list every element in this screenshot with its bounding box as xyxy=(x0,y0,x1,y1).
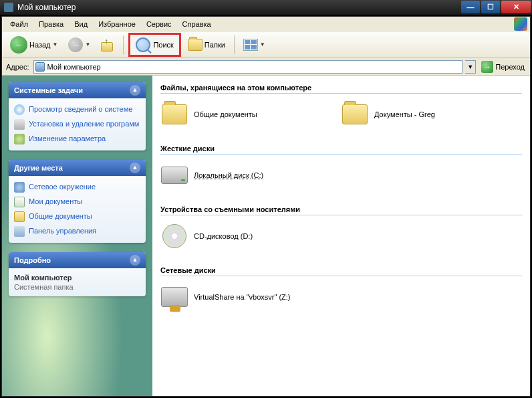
hdd-icon xyxy=(161,167,188,184)
panel-other-places: Другие места ▲ Сетевое окружение Мои док… xyxy=(9,160,146,243)
address-label: Адрес: xyxy=(5,63,31,71)
place-network[interactable]: Сетевое окружение xyxy=(14,180,140,195)
place-label: Мои документы xyxy=(29,197,82,206)
separator xyxy=(234,35,235,54)
up-button[interactable]: ↑ xyxy=(97,36,118,54)
collapse-icon[interactable]: ▲ xyxy=(130,85,140,96)
task-system-info[interactable]: Просмотр сведений о системе xyxy=(14,102,140,117)
settings-icon xyxy=(14,134,25,144)
item-label: CD-дисковод (D:) xyxy=(194,232,253,240)
window-controls: — ☐ ✕ xyxy=(461,0,532,15)
folder-icon xyxy=(342,104,368,124)
panel-details: Подробно ▲ Мой компьютер Системная папка xyxy=(9,252,146,296)
control-panel-icon xyxy=(14,226,25,237)
details-type: Системная папка xyxy=(14,283,140,291)
address-input[interactable]: Мой компьютер xyxy=(33,60,463,74)
panel-header[interactable]: Подробно ▲ xyxy=(9,252,146,268)
panel-title: Другие места xyxy=(14,164,63,172)
menubar: Файл Правка Вид Избранное Сервис Справка xyxy=(2,17,530,31)
programs-icon xyxy=(14,119,25,130)
menu-favorites[interactable]: Избранное xyxy=(93,19,141,29)
item-shared-documents[interactable]: Общие документы xyxy=(160,100,321,128)
panel-system-tasks: Системные задачи ▲ Просмотр сведений о с… xyxy=(9,82,146,151)
folder-icon xyxy=(162,104,187,124)
task-label: Изменение параметра xyxy=(29,134,106,143)
item-network-drive[interactable]: VirtualShare на "vboxsvr" (Z:) xyxy=(160,283,321,311)
menu-edit[interactable]: Правка xyxy=(33,19,69,29)
maximize-button[interactable]: ☐ xyxy=(481,1,500,13)
search-label: Поиск xyxy=(153,41,173,49)
computer-icon xyxy=(4,3,13,12)
group-header-removable: Устройства со съемными носителями xyxy=(160,201,522,215)
go-button[interactable]: → Переход xyxy=(479,60,527,74)
chevron-down-icon: ▼ xyxy=(85,41,90,47)
separator xyxy=(123,35,124,54)
task-label: Просмотр сведений о системе xyxy=(29,104,132,114)
cd-icon xyxy=(162,224,186,248)
collapse-icon[interactable]: ▲ xyxy=(130,255,140,266)
computer-icon xyxy=(35,62,45,72)
back-button[interactable]: ← Назад ▼ xyxy=(6,34,61,56)
back-arrow-icon: ← xyxy=(10,36,27,54)
titlebar[interactable]: Мой компьютер — ☐ ✕ xyxy=(0,0,532,15)
info-icon xyxy=(14,104,25,115)
address-dropdown[interactable]: ▼ xyxy=(465,60,476,74)
menu-tools[interactable]: Сервис xyxy=(141,19,177,29)
menu-file[interactable]: Файл xyxy=(5,19,33,29)
task-pane: Системные задачи ▲ Просмотр сведений о с… xyxy=(2,76,152,396)
task-change-setting[interactable]: Изменение параметра xyxy=(14,132,140,146)
windows-logo-icon xyxy=(514,17,527,31)
content-area: Файлы, хранящиеся на этом компьютере Общ… xyxy=(152,76,530,396)
address-bar: Адрес: Мой компьютер ▼ → Переход xyxy=(2,58,530,76)
item-user-documents[interactable]: Документы - Greg xyxy=(341,100,501,128)
panel-title: Подробно xyxy=(14,256,51,264)
back-label: Назад xyxy=(29,41,51,49)
network-drive-icon xyxy=(161,287,188,307)
magnifier-icon xyxy=(136,37,150,52)
panel-title: Системные задачи xyxy=(14,86,83,94)
go-label: Переход xyxy=(495,63,525,71)
item-cd-drive[interactable]: CD-дисковод (D:) xyxy=(160,222,321,250)
forward-arrow-icon: → xyxy=(68,37,83,52)
views-icon xyxy=(243,39,258,51)
panel-header[interactable]: Системные задачи ▲ xyxy=(9,82,146,98)
chevron-down-icon: ▼ xyxy=(260,41,265,47)
address-value: Мой компьютер xyxy=(47,63,101,71)
panel-header[interactable]: Другие места ▲ xyxy=(9,160,146,176)
go-arrow-icon: → xyxy=(481,61,493,73)
network-icon xyxy=(14,182,25,193)
item-label: VirtualShare на "vboxsvr" (Z:) xyxy=(194,293,291,301)
toolbar: ← Назад ▼ → ▼ ↑ Поиск Папки xyxy=(2,31,530,58)
close-button[interactable]: ✕ xyxy=(501,1,531,13)
details-name: Мой компьютер xyxy=(14,274,140,282)
place-control-panel[interactable]: Панель управления xyxy=(14,224,140,239)
folder-icon xyxy=(14,211,25,222)
group-header-network: Сетевые диски xyxy=(160,262,522,276)
group-header-files: Файлы, хранящиеся на этом компьютере xyxy=(160,80,522,94)
search-button[interactable]: Поиск xyxy=(128,33,180,57)
forward-button[interactable]: → ▼ xyxy=(64,35,94,54)
menu-help[interactable]: Справка xyxy=(177,19,217,29)
task-label: Установка и удаление программ xyxy=(29,119,139,128)
place-shared-documents[interactable]: Общие документы xyxy=(14,209,140,224)
item-label: Документы - Greg xyxy=(374,110,435,118)
group-header-hdd: Жесткие диски xyxy=(160,140,522,155)
item-label: Общие документы xyxy=(194,110,257,118)
views-button[interactable]: ▼ xyxy=(239,37,269,53)
folders-label: Папки xyxy=(205,41,225,49)
item-label: Локальный диск (C:) xyxy=(194,171,263,179)
item-local-disk-c[interactable]: Локальный диск (C:) xyxy=(160,161,321,189)
up-folder-icon: ↑ xyxy=(101,38,114,52)
menu-view[interactable]: Вид xyxy=(69,19,93,29)
collapse-icon[interactable]: ▲ xyxy=(130,163,140,173)
folder-icon xyxy=(188,39,203,51)
task-add-remove[interactable]: Установка и удаление программ xyxy=(14,117,140,132)
explorer-window: Мой компьютер — ☐ ✕ Файл Правка Вид Избр… xyxy=(0,0,532,398)
place-label: Общие документы xyxy=(29,211,92,221)
place-my-documents[interactable]: Мои документы xyxy=(14,195,140,209)
minimize-button[interactable]: — xyxy=(461,1,480,13)
folders-button[interactable]: Папки xyxy=(184,37,229,53)
place-label: Панель управления xyxy=(29,226,96,235)
documents-icon xyxy=(14,197,25,207)
chevron-down-icon: ▼ xyxy=(53,41,58,47)
